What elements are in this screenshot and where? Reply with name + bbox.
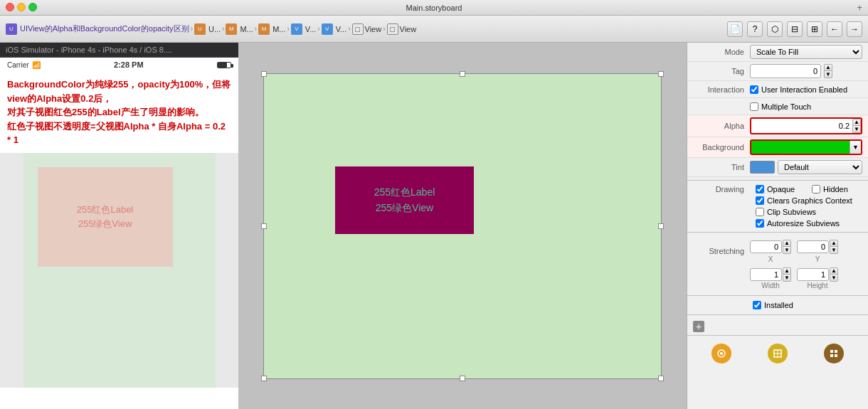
breadcrumb-item-6[interactable]: □ View <box>352 23 382 35</box>
stretching-inputs: ▲ ▼ X ▲ ▼ <box>750 240 838 263</box>
breadcrumb-label-3: M... <box>272 25 285 33</box>
handle-br[interactable] <box>658 376 664 381</box>
svg-rect-5 <box>830 350 833 353</box>
window-minimize-button[interactable] <box>17 3 26 11</box>
mode-select[interactable]: Scale To Fill <box>750 45 862 59</box>
opaque-checkbox[interactable] <box>756 185 764 193</box>
width-stepper[interactable]: ▲ ▼ <box>783 267 791 282</box>
stretch-y-input[interactable] <box>797 240 829 253</box>
hidden-label: Hidden <box>823 185 848 193</box>
sim-label-line1: 255红色Label <box>77 203 134 217</box>
stretch-x-down[interactable]: ▼ <box>783 247 791 254</box>
file-button[interactable]: 📄 <box>727 21 743 37</box>
stretch-y-input-row: ▲ ▼ <box>797 240 838 254</box>
breadcrumb-item-5[interactable]: V V... <box>322 23 347 35</box>
handle-tc[interactable] <box>460 71 465 77</box>
breadcrumb-item-2[interactable]: M M... <box>226 23 253 35</box>
breadcrumb-item-0[interactable]: U UIView的Alpha和BackgroundColor的opacity区别 <box>6 23 189 35</box>
window-maximize-button[interactable] <box>28 3 37 11</box>
inspector-button[interactable]: ⊟ <box>787 21 803 37</box>
breadcrumb-item-4[interactable]: V V... <box>291 23 317 35</box>
alpha-input[interactable] <box>751 119 852 133</box>
svg-rect-6 <box>835 350 837 353</box>
width-input[interactable] <box>750 268 782 281</box>
width-stepper-down[interactable]: ▼ <box>783 275 791 282</box>
tag-stepper-down[interactable]: ▼ <box>824 71 832 78</box>
handle-bl[interactable] <box>261 376 267 381</box>
inner-canvas-view[interactable]: 255红色Label 255绿色View <box>335 166 474 234</box>
height-input[interactable] <box>797 268 829 281</box>
simulator-screen: Carrier 📶 2:28 PM BackgroundColor为纯绿255，… <box>0 58 238 409</box>
multiple-touch-checkbox[interactable] <box>750 102 758 111</box>
grid-icon-button[interactable] <box>820 339 848 368</box>
stretch-x-stepper[interactable]: ▲ ▼ <box>783 240 791 254</box>
background-color-swatch[interactable] <box>751 141 850 154</box>
add-tab-button[interactable]: + <box>857 2 862 13</box>
obj-icon-button[interactable] <box>707 339 736 368</box>
tint-row: Tint Default <box>687 158 868 177</box>
width-stepper-up[interactable]: ▲ <box>783 267 791 275</box>
background-row: Background ▼ <box>687 137 868 158</box>
height-stepper[interactable]: ▲ ▼ <box>830 267 838 282</box>
handle-mr[interactable] <box>658 223 664 229</box>
stretch-y-stepper[interactable]: ▲ ▼ <box>830 240 838 254</box>
tag-stepper-up[interactable]: ▲ <box>824 64 832 71</box>
stretch-x-input[interactable] <box>750 240 782 253</box>
stretch-x-up[interactable]: ▲ <box>783 240 791 247</box>
tint-select[interactable]: Default <box>778 160 862 174</box>
height-stepper-down[interactable]: ▼ <box>830 275 838 282</box>
sim-inner-label: 255红色Label 255绿色View <box>77 203 134 230</box>
alpha-stepper-down[interactable]: ▼ <box>852 126 861 133</box>
alpha-stepper[interactable]: ▲ ▼ <box>852 119 861 133</box>
wh-row: ▲ ▼ Width ▲ ▼ <box>750 267 838 290</box>
add-inspector-button[interactable]: + <box>693 321 704 332</box>
breadcrumb-item-7[interactable]: □ View <box>387 23 417 35</box>
alpha-field-wrapper: ▲ ▼ <box>750 117 862 134</box>
breadcrumb: U UIView的Alpha和BackgroundColor的opacity区别… <box>6 23 724 35</box>
tag-stepper[interactable]: ▲ ▼ <box>824 64 832 78</box>
help-button[interactable]: ? <box>747 21 763 37</box>
clears-checkbox[interactable] <box>756 196 764 205</box>
breadcrumb-item-3[interactable]: M M... <box>258 23 285 35</box>
user-interaction-checkbox[interactable] <box>750 85 758 94</box>
sidebar-button[interactable]: ⊞ <box>807 21 822 37</box>
share-button[interactable]: ⬡ <box>767 21 783 37</box>
box-icon-button[interactable] <box>763 339 792 368</box>
installed-checkbox[interactable] <box>753 301 761 309</box>
stretch-y-up[interactable]: ▲ <box>830 240 838 247</box>
clears-wrapper: Clears Graphics Context <box>756 196 852 205</box>
handle-bc[interactable] <box>460 376 465 381</box>
tag-input[interactable] <box>750 64 821 78</box>
breadcrumb-item-1[interactable]: U U... <box>194 23 221 35</box>
iphone-status-bar: Carrier 📶 2:28 PM <box>0 58 238 72</box>
stretch-y-down[interactable]: ▼ <box>830 247 838 254</box>
window-close-button[interactable] <box>6 3 14 11</box>
clears-label: Clears Graphics Context <box>767 196 852 205</box>
clip-checkbox[interactable] <box>756 208 764 216</box>
inner-canvas-label: 255红色Label 255绿色View <box>374 184 435 216</box>
hidden-checkbox[interactable] <box>812 185 820 193</box>
forward-button[interactable]: → <box>847 21 862 37</box>
opaque-wrapper: Opaque <box>756 185 795 193</box>
breadcrumb-icon-3: M <box>258 23 270 35</box>
breadcrumb-sep-4: › <box>287 25 289 33</box>
handle-tl[interactable] <box>261 71 267 77</box>
mode-row: Mode Scale To Fill <box>687 43 868 62</box>
width-label: Width <box>761 282 780 290</box>
handle-ml[interactable] <box>261 223 267 229</box>
height-stepper-up[interactable]: ▲ <box>830 267 838 275</box>
background-color-arrow[interactable]: ▼ <box>850 141 861 154</box>
background-label: Background <box>693 143 750 152</box>
breadcrumb-icon-2: M <box>226 23 237 35</box>
scene-outer-view[interactable]: 255红色Label 255绿色View <box>263 73 662 379</box>
handle-tr[interactable] <box>658 71 664 77</box>
annotation-line2: 对其子视图红色255的Label产生了明显的影响。 <box>7 105 231 119</box>
autoresize-wrapper: Autoresize Subviews <box>756 219 840 228</box>
tint-color-swatch[interactable] <box>750 161 775 174</box>
width-field: ▲ ▼ Width <box>750 267 791 290</box>
drawing-row-4: Autoresize Subviews <box>687 218 868 229</box>
breadcrumb-icon-0: U <box>6 23 17 35</box>
autoresize-checkbox[interactable] <box>756 219 764 228</box>
back-button[interactable]: ← <box>827 21 842 37</box>
alpha-stepper-up[interactable]: ▲ <box>852 119 861 126</box>
